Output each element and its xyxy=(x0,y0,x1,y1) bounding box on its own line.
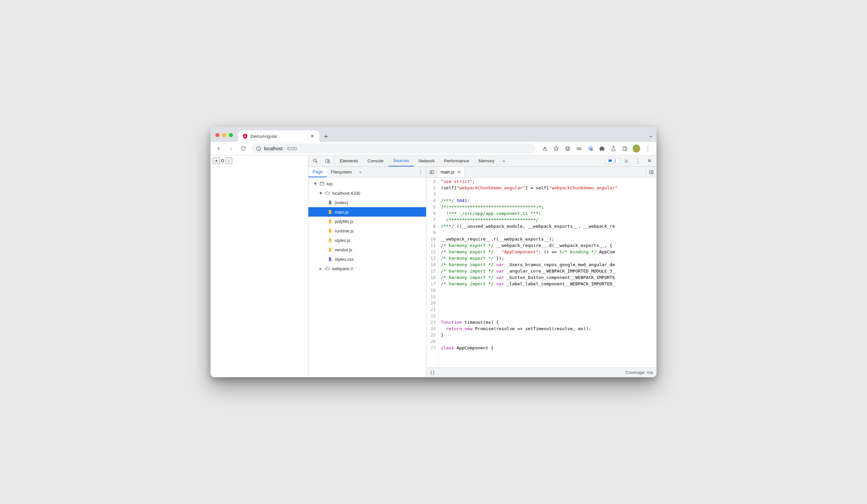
navigator-tab-filesystem[interactable]: Filesystem xyxy=(327,167,356,177)
devtools-more-tabs[interactable]: » xyxy=(499,155,509,166)
extensions-icon[interactable] xyxy=(598,145,606,152)
site-info-icon[interactable] xyxy=(256,146,261,151)
url-port: 4200 xyxy=(287,146,297,151)
svg-point-12 xyxy=(590,147,592,149)
address-input[interactable]: localhost:4200 xyxy=(252,143,536,154)
devtools-tab-console[interactable]: Console xyxy=(363,155,388,166)
browser-window: DemoAngular ✕ ＋ ⌄ localhost:4200 ⋮ xyxy=(210,127,657,377)
tree-label: vendor.js xyxy=(335,247,352,252)
devtools-tab-performance[interactable]: Performance xyxy=(439,155,474,166)
code-editor[interactable]: 1234567891011121314151617181920212223242… xyxy=(426,177,656,368)
collapse-navigator-icon[interactable] xyxy=(426,167,437,177)
tree-file[interactable]: polyfills.js xyxy=(309,217,426,226)
tree-label: runtime.js xyxy=(335,228,354,233)
tree-file[interactable]: main.js xyxy=(309,207,426,217)
side-panel-icon[interactable] xyxy=(621,145,629,152)
devtools-settings-icon[interactable] xyxy=(622,157,631,165)
issues-button[interactable]: 1 xyxy=(606,158,619,164)
decrement-button[interactable]: - xyxy=(225,157,232,164)
collapse-debugger-icon[interactable] xyxy=(645,167,656,177)
tree-label: webpack:// xyxy=(332,266,353,271)
back-button[interactable] xyxy=(213,143,224,154)
minimize-window-button[interactable] xyxy=(222,133,226,137)
tree-webpack[interactable]: ▸ webpack:// xyxy=(309,264,426,273)
labs-icon[interactable] xyxy=(610,145,617,152)
tree-label: polyfills.js xyxy=(335,219,354,224)
navigator-tab-page[interactable]: Page xyxy=(309,167,327,177)
profile-avatar[interactable] xyxy=(633,145,640,152)
line-gutter: 1234567891011121314151617181920212223242… xyxy=(426,177,439,368)
devtools-tab-sources[interactable]: Sources xyxy=(388,155,414,166)
svg-point-19 xyxy=(625,160,627,162)
svg-point-13 xyxy=(591,149,593,151)
tree-label: styles.css xyxy=(335,257,354,262)
navigator-menu-icon[interactable]: ⋮ xyxy=(415,167,426,177)
svg-point-10 xyxy=(579,147,581,150)
file-icon xyxy=(327,238,333,243)
devtools-tab-network[interactable]: Network xyxy=(414,155,440,166)
devtools-tabbar: ElementsConsoleSourcesNetworkPerformance… xyxy=(309,155,656,167)
inspect-element-icon[interactable] xyxy=(311,157,320,165)
maximize-window-button[interactable] xyxy=(229,133,233,137)
devtools-menu-icon[interactable]: ⋮ xyxy=(633,157,642,165)
tree-file[interactable]: vendor.js xyxy=(309,245,426,254)
tree-file[interactable]: runtime.js xyxy=(309,226,426,235)
device-toolbar-icon[interactable] xyxy=(323,157,332,165)
address-bar: localhost:4200 ⋮ xyxy=(211,142,656,155)
tree-file[interactable]: styles.css xyxy=(309,254,426,264)
pretty-print-icon[interactable]: {} xyxy=(430,370,435,375)
svg-rect-20 xyxy=(320,182,324,185)
file-icon xyxy=(327,247,333,252)
share-icon[interactable] xyxy=(541,145,548,152)
cloud-icon xyxy=(325,266,330,271)
devtools-tab-memory[interactable]: Memory xyxy=(474,155,499,166)
close-window-button[interactable] xyxy=(215,133,220,137)
file-icon xyxy=(327,228,333,233)
coverage-status: Coverage: n/a xyxy=(625,370,653,375)
code-lines: "use strict";(self["webpackChunkdemo_ang… xyxy=(439,177,656,368)
devtools-panel: ElementsConsoleSourcesNetworkPerformance… xyxy=(309,155,656,377)
file-icon xyxy=(327,219,333,224)
devtools-tab-elements[interactable]: Elements xyxy=(335,155,363,166)
tree-origin[interactable]: ▼ localhost:4200 xyxy=(309,188,426,198)
forward-button[interactable] xyxy=(225,143,236,154)
extension-icon-3[interactable] xyxy=(587,145,594,152)
issues-count: 1 xyxy=(614,159,617,163)
browser-menu-icon[interactable]: ⋮ xyxy=(644,145,652,152)
toolbar-icons: ⋮ xyxy=(539,145,654,152)
extension-icon-1[interactable] xyxy=(564,145,571,152)
tab-close-icon[interactable]: ✕ xyxy=(310,133,314,139)
counter-value: 0 xyxy=(220,158,225,163)
sources-editor: main.js ✕ 123456789101112131415161718192… xyxy=(426,167,656,377)
bookmark-icon[interactable] xyxy=(553,145,560,152)
tabs-dropdown-button[interactable]: ⌄ xyxy=(649,132,653,142)
frame-icon xyxy=(319,181,325,186)
devtools-close-icon[interactable]: ✕ xyxy=(645,157,654,165)
navigator-more-tabs[interactable]: » xyxy=(356,167,365,177)
browser-tabstrip: DemoAngular ✕ ＋ ⌄ xyxy=(211,127,656,142)
tree-top-frame[interactable]: ▼ top xyxy=(309,179,426,188)
new-tab-button[interactable]: ＋ xyxy=(321,131,331,141)
editor-tab[interactable]: main.js ✕ xyxy=(437,167,465,177)
increment-button[interactable]: + xyxy=(213,157,220,164)
svg-point-9 xyxy=(577,147,579,150)
sources-navigator: PageFilesystem » ⋮ ▼ top ▼ lo xyxy=(309,167,426,377)
cloud-icon xyxy=(325,190,330,196)
tree-file[interactable]: styles.js xyxy=(309,235,426,245)
extension-icon-2[interactable] xyxy=(575,145,583,152)
tree-label: styles.js xyxy=(335,238,350,243)
sources-panel: PageFilesystem » ⋮ ▼ top ▼ lo xyxy=(309,167,656,377)
svg-point-7 xyxy=(567,147,567,148)
window-controls xyxy=(215,133,236,142)
editor-tab-close-icon[interactable]: ✕ xyxy=(457,169,461,175)
content-area: + 0 - ElementsConsoleSourcesNetworkPerfo… xyxy=(211,155,656,377)
tree-file[interactable]: (index) xyxy=(309,198,426,207)
svg-point-8 xyxy=(568,147,569,148)
reload-button[interactable] xyxy=(238,143,248,154)
file-icon xyxy=(327,256,333,262)
page-viewport: + 0 - xyxy=(211,155,309,377)
editor-statusbar: {} Coverage: n/a xyxy=(426,368,656,377)
browser-tab[interactable]: DemoAngular ✕ xyxy=(238,130,319,142)
file-tree: ▼ top ▼ localhost:4200 (index)main.jspol… xyxy=(309,177,426,377)
tree-label: main.js xyxy=(335,210,349,215)
